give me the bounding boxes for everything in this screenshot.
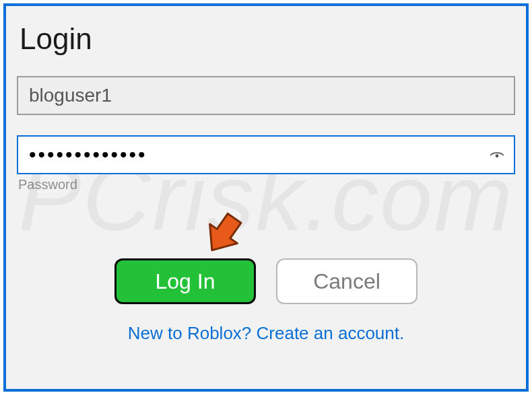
password-input[interactable] [18, 137, 480, 173]
password-field-wrap: Password [17, 135, 515, 192]
svg-marker-1 [198, 209, 248, 260]
username-input[interactable] [17, 76, 515, 115]
button-row: Log In Cancel [15, 258, 517, 304]
create-account-link[interactable]: New to Roblox? Create an account. [128, 323, 404, 343]
signup-row: New to Roblox? Create an account. [15, 323, 517, 344]
password-label: Password [18, 177, 515, 192]
svg-point-0 [496, 155, 498, 157]
dialog-title: Login [20, 22, 512, 56]
password-row [17, 135, 515, 174]
reveal-password-icon[interactable] [480, 146, 514, 164]
login-button[interactable]: Log In [114, 258, 256, 304]
cancel-button[interactable]: Cancel [276, 258, 418, 304]
username-field-wrap [17, 76, 515, 115]
login-dialog: PCrisk.com Login Password Log In Cancel … [3, 3, 529, 392]
